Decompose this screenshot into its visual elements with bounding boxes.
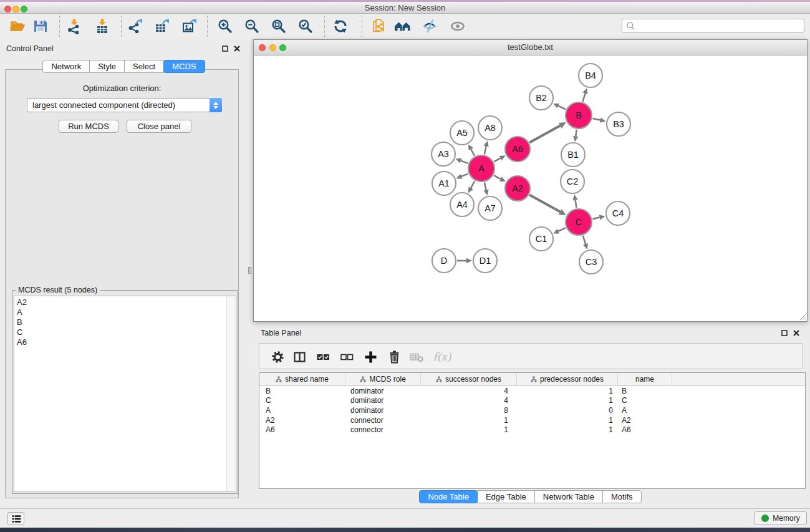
- import-table-icon[interactable]: [93, 17, 112, 36]
- close-panel-button[interactable]: Close panel: [127, 120, 191, 133]
- column-header-MCDS-role[interactable]: MCDS role: [345, 373, 421, 385]
- float-panel-icon[interactable]: [222, 46, 228, 52]
- tab-mcds[interactable]: MCDS: [163, 60, 205, 73]
- search-input[interactable]: [635, 21, 804, 32]
- result-item-b[interactable]: B: [14, 317, 236, 327]
- tab-style[interactable]: Style: [89, 60, 125, 73]
- splitter-handle[interactable]: [248, 267, 251, 274]
- graph-node-C[interactable]: C: [566, 209, 592, 235]
- run-mcds-button[interactable]: Run MCDS: [59, 120, 118, 133]
- edge-A-A8[interactable]: [485, 146, 486, 154]
- node-table[interactable]: shared nameMCDS rolesuccessor nodesprede…: [259, 372, 806, 489]
- mcds-result-list[interactable]: A2ABCA6: [14, 296, 236, 492]
- edge-C-C2[interactable]: [576, 200, 577, 208]
- table-row-a2[interactable]: A2connector11A2: [259, 415, 805, 425]
- zoom-in-icon[interactable]: [216, 17, 234, 36]
- edge-C-C4[interactable]: [592, 218, 599, 220]
- export-table-icon[interactable]: [153, 17, 171, 36]
- column-header-successor-nodes[interactable]: successor nodes: [421, 373, 517, 385]
- tab-node-table[interactable]: Node Table: [419, 490, 478, 503]
- graph-node-B[interactable]: B: [566, 102, 592, 128]
- delete-table-icon[interactable]: [409, 349, 424, 364]
- graph-node-B4[interactable]: B4: [579, 64, 602, 87]
- graph-node-A6[interactable]: A6: [505, 137, 530, 162]
- tab-network[interactable]: Network: [42, 60, 90, 73]
- show-columns-icon[interactable]: [292, 349, 307, 364]
- graph-node-A2[interactable]: A2: [505, 176, 530, 201]
- zoom-fit-icon[interactable]: [269, 17, 288, 36]
- edge-A-A6[interactable]: [494, 158, 500, 162]
- edge-B-B1[interactable]: [576, 130, 577, 137]
- tab-edge-table[interactable]: Edge Table: [477, 490, 535, 503]
- add-column-icon[interactable]: [363, 349, 378, 364]
- edge-A2-C[interactable]: [529, 195, 560, 212]
- column-header-name[interactable]: name: [618, 373, 672, 385]
- tab-select[interactable]: Select: [124, 60, 164, 73]
- table-row-a[interactable]: Adominator80A: [259, 405, 805, 415]
- edge-A-A1[interactable]: [461, 174, 468, 177]
- edge-A-A4[interactable]: [471, 181, 475, 188]
- edge-C-C3[interactable]: [583, 236, 586, 244]
- edge-A-A2[interactable]: [494, 175, 501, 179]
- graph-node-A4[interactable]: A4: [450, 193, 474, 216]
- task-history-button[interactable]: [7, 512, 24, 525]
- graph-node-A[interactable]: A: [468, 155, 494, 181]
- table-row-c[interactable]: Cdominator41C: [259, 396, 805, 406]
- export-network-icon[interactable]: [126, 17, 145, 36]
- edge-B-B3[interactable]: [592, 118, 600, 120]
- edge-A-A3[interactable]: [461, 161, 468, 163]
- table-row-a6[interactable]: A6connector11A6: [259, 425, 805, 435]
- resize-grip-icon[interactable]: [798, 312, 806, 321]
- deselect-all-rows-icon[interactable]: [339, 349, 354, 364]
- graph-node-C4[interactable]: C4: [606, 201, 630, 225]
- open-file-icon[interactable]: [8, 17, 27, 36]
- export-image-icon[interactable]: [180, 17, 199, 36]
- memory-button[interactable]: Memory: [755, 511, 807, 525]
- zoom-out-icon[interactable]: [243, 17, 261, 36]
- home-icon[interactable]: [393, 17, 412, 36]
- edge-B-B4[interactable]: [583, 94, 586, 102]
- graph-node-B2[interactable]: B2: [529, 86, 553, 110]
- search-field[interactable]: [622, 19, 804, 33]
- graph-node-B3[interactable]: B3: [607, 112, 630, 136]
- edge-A-A5[interactable]: [471, 149, 475, 155]
- result-item-a2[interactable]: A2: [14, 297, 236, 307]
- graph-node-A8[interactable]: A8: [478, 116, 502, 140]
- show-graphic-details-icon[interactable]: [448, 17, 467, 36]
- graph-node-D[interactable]: D: [432, 249, 456, 273]
- select-all-rows-icon[interactable]: [316, 349, 330, 364]
- result-item-a6[interactable]: A6: [14, 337, 236, 347]
- graph-node-C1[interactable]: C1: [529, 227, 553, 251]
- graph-node-B1[interactable]: B1: [561, 143, 585, 167]
- graph-node-C2[interactable]: C2: [561, 170, 584, 193]
- graph-node-A1[interactable]: A1: [432, 172, 456, 195]
- column-header-shared-name[interactable]: shared name: [259, 373, 345, 385]
- refresh-layout-icon[interactable]: [331, 17, 350, 36]
- result-item-a[interactable]: A: [14, 307, 236, 317]
- float-table-panel-icon[interactable]: [781, 330, 788, 336]
- close-table-panel-icon[interactable]: [793, 330, 799, 336]
- settings-gear-icon[interactable]: [270, 349, 285, 364]
- optimization-criterion-select[interactable]: largest connected component (directed): [27, 98, 222, 112]
- tab-motifs[interactable]: Motifs: [602, 490, 642, 503]
- tab-network-table[interactable]: Network Table: [534, 490, 603, 503]
- table-row-b[interactable]: Bdominator41B: [259, 386, 805, 396]
- edge-A-A7[interactable]: [485, 182, 486, 190]
- import-network-icon[interactable]: [65, 17, 84, 36]
- delete-columns-icon[interactable]: [387, 349, 402, 364]
- save-session-icon[interactable]: [31, 17, 50, 36]
- edge-B-B2[interactable]: [558, 106, 566, 110]
- column-header-predecessor-nodes[interactable]: predecessor nodes: [517, 373, 618, 385]
- edge-A6-B[interactable]: [529, 125, 560, 142]
- graph-node-C3[interactable]: C3: [579, 250, 603, 274]
- graph-node-D1[interactable]: D1: [473, 249, 497, 273]
- graph-node-A5[interactable]: A5: [450, 121, 474, 145]
- result-item-c[interactable]: C: [14, 327, 236, 337]
- edge-C-C1[interactable]: [558, 228, 566, 231]
- network-graph-canvas[interactable]: B4B2BB3A5A8A6A3B1AA1A2C2A4A7C4CC1C3DD1: [254, 56, 807, 322]
- graph-node-A7[interactable]: A7: [478, 196, 502, 220]
- function-builder-icon[interactable]: f(x): [432, 349, 453, 364]
- close-panel-icon[interactable]: [234, 46, 240, 52]
- network-window-titlebar[interactable]: testGlobe.txt: [254, 40, 807, 56]
- graph-node-A3[interactable]: A3: [432, 142, 455, 166]
